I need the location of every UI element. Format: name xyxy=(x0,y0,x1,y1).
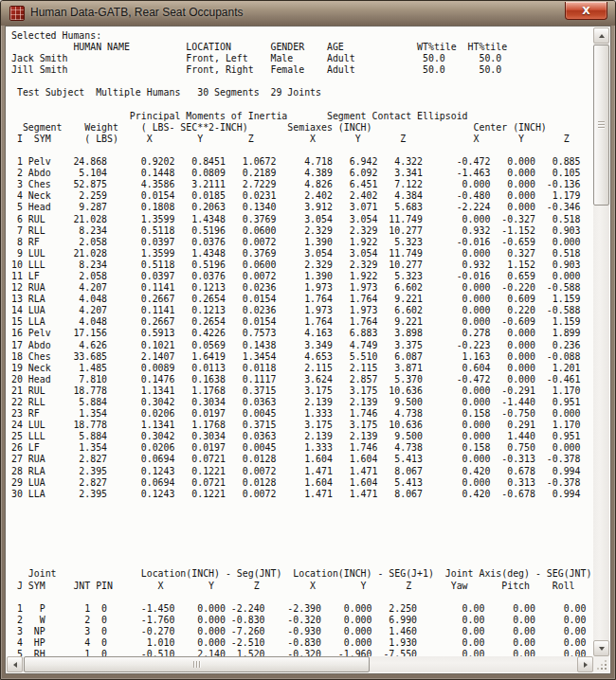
arrow-down-icon xyxy=(599,647,605,651)
window: Human Data-GATB, Rear Seat Occupants X S… xyxy=(0,0,616,680)
vertical-scrollbar[interactable] xyxy=(593,27,609,656)
window-title: Human Data-GATB, Rear Seat Occupants xyxy=(30,1,244,26)
scroll-up-button[interactable] xyxy=(593,27,609,44)
horizontal-scrollbar[interactable] xyxy=(7,656,593,672)
vertical-thumb-grip xyxy=(598,121,605,129)
close-button[interactable]: X xyxy=(565,2,607,20)
horizontal-thumb-grip xyxy=(193,661,201,668)
vertical-scroll-thumb[interactable] xyxy=(593,45,609,206)
app-icon[interactable] xyxy=(9,6,25,21)
arrow-left-icon xyxy=(13,662,17,668)
content-area: Selected Humans: HUMAN NAME LOCATION GEN… xyxy=(5,26,611,674)
titlebar[interactable]: Human Data-GATB, Rear Seat Occupants X xyxy=(1,1,615,26)
arrow-right-icon xyxy=(584,662,588,668)
scroll-right-button[interactable] xyxy=(577,656,593,672)
scroll-down-button[interactable] xyxy=(593,640,609,656)
scroll-left-button[interactable] xyxy=(7,656,23,672)
horizontal-scroll-thumb[interactable] xyxy=(24,656,370,672)
close-icon: X xyxy=(582,6,589,16)
resize-grip[interactable] xyxy=(593,656,609,672)
arrow-up-icon xyxy=(599,34,605,38)
report-text: Selected Humans: HUMAN NAME LOCATION GEN… xyxy=(7,27,593,656)
resize-grip-dots xyxy=(605,668,607,670)
